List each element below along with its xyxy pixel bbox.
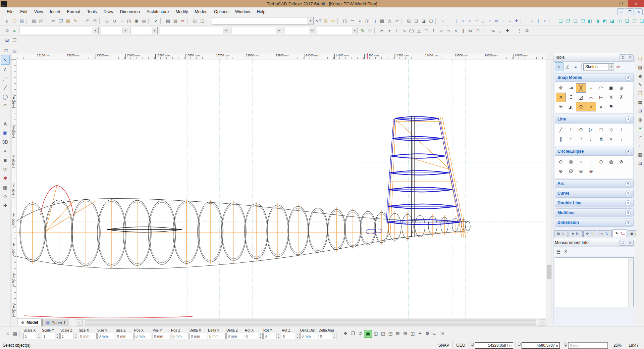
snap-toolbar-icon[interactable] — [549, 18, 556, 24]
toolbar-icon[interactable] — [401, 18, 405, 24]
property-combo[interactable]: ▾ — [231, 27, 282, 34]
snap-toolbar-icon[interactable] — [521, 18, 528, 24]
snap-toggle[interactable]: SNAP — [435, 341, 453, 349]
spin-up-icon[interactable]: ▲ — [55, 333, 59, 336]
cells-icon[interactable]: ⊞ — [637, 106, 644, 115]
layers-icon[interactable]: ≡ — [11, 27, 18, 34]
menu-item[interactable]: Format — [64, 7, 84, 16]
section-header-arc[interactable]: Arc ≫ — [555, 179, 634, 188]
view-iso-icon[interactable]: ❏ — [557, 17, 564, 24]
snap-midpoint-icon[interactable]: ⌁ — [586, 83, 596, 93]
line-fork-icon[interactable]: ⋎ — [606, 134, 616, 144]
doc-minimize-button[interactable]: – — [617, 8, 625, 15]
snap-ortho-icon[interactable]: ✚ — [513, 17, 520, 24]
snap-vertex-icon[interactable]: ╳ — [576, 83, 586, 93]
view-left-icon[interactable]: ❒ — [579, 17, 586, 24]
view-iso-ne-icon[interactable]: ◪ — [608, 17, 616, 24]
inspector-field-input[interactable]: 0 ▲▼ — [263, 333, 281, 339]
tab-paper-1[interactable]: ▤ Paper 1 — [42, 319, 69, 326]
circle-2point-icon[interactable]: ○ — [576, 157, 586, 166]
spin-up-icon[interactable]: ▲ — [295, 333, 299, 336]
snap-flag-icon[interactable]: ⚑ — [606, 102, 616, 111]
inspector-field-input[interactable]: 0 mm ▲▼ — [79, 333, 97, 339]
drawing-canvas[interactable] — [16, 59, 546, 318]
menu-item[interactable]: Insert — [47, 7, 64, 16]
snap-apex-icon[interactable]: ∧ — [596, 102, 606, 111]
x-coordinate-field[interactable]: 14228,0587 n — [475, 342, 513, 349]
line-rectangle-icon[interactable]: □ — [596, 125, 606, 134]
plus-icon[interactable]: ✚ — [504, 27, 511, 34]
measurement-info-area[interactable]: ▲ — [555, 257, 634, 307]
line-perpendicular-icon[interactable]: ⊥ — [616, 125, 626, 134]
edit-mode-icon[interactable]: ∠ — [564, 63, 572, 71]
collapse-chevron-icon[interactable]: ≪ — [625, 149, 631, 154]
add-grid-icon[interactable]: ⊞ — [394, 330, 401, 337]
round-icon[interactable]: ◞ — [496, 27, 504, 34]
snap-grid-icon[interactable]: ⠿ — [566, 93, 576, 102]
wave-icon[interactable]: ↝ — [489, 27, 496, 34]
workplane-tool-icon[interactable]: ◇ — [1, 192, 9, 201]
snap-arc-center-icon[interactable]: ◠ — [596, 83, 606, 93]
snap-quadrant-icon[interactable]: ⌓ — [586, 93, 596, 102]
report-list-icon[interactable]: ▤ — [555, 248, 562, 255]
cap-icon[interactable]: ⊓ — [474, 27, 482, 34]
ungroup-icon[interactable]: ▭ — [349, 17, 356, 24]
modify-icon[interactable] — [512, 28, 515, 34]
snap-aperture-icon[interactable]: ✳ — [556, 102, 566, 111]
corner-se-icon[interactable]: ◳ — [387, 330, 394, 337]
line-parallel-icon[interactable]: ∥ — [556, 134, 566, 144]
select-mode-icon[interactable]: ↖ — [555, 62, 564, 71]
new-icon[interactable]: ▯ — [3, 17, 11, 24]
spin-down-icon[interactable]: ▼ — [37, 336, 41, 339]
inspector-field-input[interactable]: 0 mm ▲▼ — [171, 333, 189, 339]
copy-entity-icon[interactable]: ❐ — [349, 330, 357, 337]
toolbar-icon[interactable] — [99, 18, 103, 24]
property-combo[interactable]: ▾ — [130, 27, 158, 34]
render-icon[interactable]: ◍ — [637, 115, 644, 124]
skew-icon[interactable]: ▱ — [431, 330, 438, 337]
dual-icon[interactable]: ◫ — [409, 330, 416, 337]
undo-icon[interactable]: ↶ — [84, 17, 91, 24]
pick-color-icon[interactable]: ⊙ — [366, 27, 374, 34]
palette-icon[interactable]: ▤ — [322, 17, 329, 24]
menu-item[interactable]: Modify — [172, 7, 192, 16]
close-icon[interactable]: ✕ — [627, 240, 634, 246]
section-header-multiline[interactable]: Multiline ≫ — [555, 208, 634, 217]
pin-icon[interactable]: ⊙ — [620, 240, 626, 246]
snap-facet-icon[interactable]: ▣ — [606, 83, 616, 93]
insert-block-icon[interactable]: ▯ — [371, 17, 378, 24]
line-tangent-arc-icon[interactable]: ◜ — [566, 134, 576, 144]
redo-icon[interactable]: ↷ — [91, 17, 99, 24]
inspector-field-input[interactable]: 1 ▲▼ — [23, 333, 41, 339]
close-icon[interactable]: ✕ — [627, 54, 634, 60]
zoom-fit-green-icon[interactable]: ✶ — [637, 124, 644, 133]
spin-up-icon[interactable]: ▲ — [332, 333, 336, 336]
measurement-panel-titlebar[interactable]: Measurement Info ⊙ ✕ — [553, 239, 635, 247]
spin-down-icon[interactable]: ▼ — [55, 336, 59, 339]
full-view-icon[interactable]: ▣ — [133, 17, 140, 24]
line-vertical-icon[interactable]: ↓ — [616, 134, 626, 144]
select-tool[interactable]: ↖ — [1, 55, 10, 65]
corner-nw-icon[interactable]: ◱ — [372, 330, 379, 337]
block-icon[interactable]: ❑ — [199, 17, 206, 24]
menu-item[interactable]: Modes — [191, 7, 211, 16]
menu-item[interactable]: Tools — [84, 7, 100, 16]
t-meet-icon[interactable]: ⊥ — [393, 27, 400, 34]
circle-circumscribed-icon[interactable]: ◍ — [606, 157, 616, 166]
table-icon[interactable]: ▦ — [637, 98, 644, 106]
fillet-icon[interactable]: ∿ — [400, 27, 408, 34]
spline-icon[interactable]: ⌇ — [430, 27, 437, 34]
image-tool-icon[interactable]: ▣ — [1, 128, 9, 137]
gizmo-icon[interactable]: ✥ — [342, 330, 349, 337]
snap-free-icon[interactable]: ⌁ — [439, 17, 446, 24]
selector-icon[interactable]: ❏ — [637, 54, 644, 63]
angle-icon[interactable]: ∟ — [482, 27, 489, 34]
palette-tab[interactable]: ✎ T... — [612, 229, 627, 237]
palette-tab[interactable]: ❖ B.. — [569, 230, 582, 237]
inspector-field-input[interactable]: 0 mm ▲▼ — [153, 333, 170, 339]
menu-item[interactable]: Architecture — [143, 7, 172, 16]
spin-up-icon[interactable]: ▲ — [277, 333, 281, 336]
spin-down-icon[interactable]: ▼ — [74, 336, 78, 339]
inspector-field-input[interactable]: 1 ▲▼ — [42, 333, 60, 339]
toolbar-icon[interactable] — [26, 18, 30, 24]
